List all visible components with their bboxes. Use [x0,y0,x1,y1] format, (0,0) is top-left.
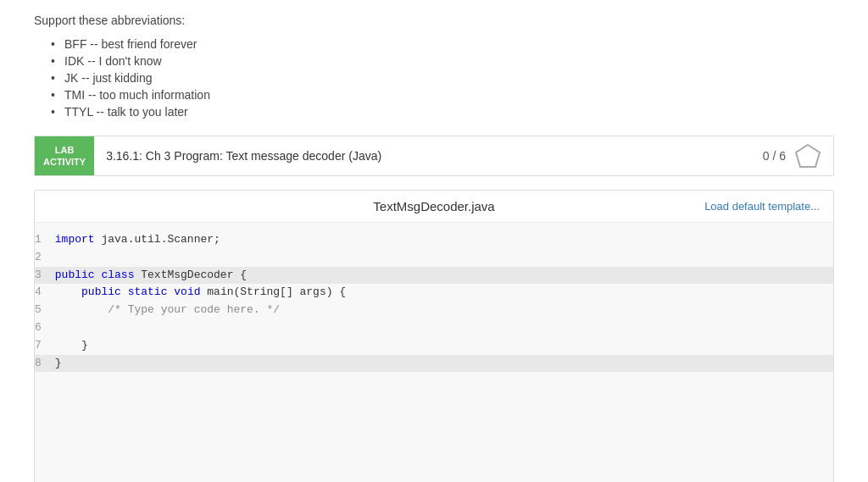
list-item: TMI -- too much information [51,88,834,102]
list-item: TTYL -- talk to you later [51,105,834,119]
abbrev-jk: JK -- just kidding [64,71,152,85]
abbrev-bff: BFF -- best friend forever [64,37,197,51]
line-code: import java.util.Scanner; [55,231,220,249]
pentagon-icon [794,143,821,169]
line-code [55,249,62,267]
svg-marker-0 [796,145,820,167]
code-line-7: 7 } [35,337,833,355]
list-item: IDK -- I don't know [51,54,834,68]
code-line-2: 2 [35,249,833,267]
line-number: 6 [35,319,55,337]
code-editor-filename: TextMsgDecoder.java [373,199,494,213]
list-item: JK -- just kidding [51,71,834,85]
abbrev-tmi: TMI -- too much information [64,88,210,102]
code-line-3: 3 public class TextMsgDecoder { [35,267,833,285]
lab-label: LAB ACTIVITY [35,136,94,175]
lab-score: 0 / 6 [751,136,833,175]
code-area: 1 import java.util.Scanner; 2 3 public c… [35,223,833,482]
line-number: 3 [35,267,55,285]
abbrev-ttyl: TTYL -- talk to you later [64,105,188,119]
line-code: } [55,355,62,373]
line-number: 1 [35,231,55,249]
load-template-button[interactable]: Load default template... [704,200,820,213]
line-code: public class TextMsgDecoder { [55,267,247,285]
code-line-8: 8 } [35,355,833,373]
support-heading: Support these abbreviations: [34,14,834,27]
line-number: 8 [35,355,55,373]
lab-label-bottom: ACTIVITY [43,156,86,168]
abbreviation-list: BFF -- best friend forever IDK -- I don'… [51,37,834,119]
line-number: 5 [35,302,55,319]
score-value: 0 / 6 [763,149,786,163]
code-line-6: 6 [35,319,833,337]
lab-activity-title: 3.16.1: Ch 3 Program: Text message decod… [94,136,751,175]
line-code [55,319,62,337]
list-item: BFF -- best friend forever [51,37,834,51]
lab-label-top: LAB [55,144,75,156]
abbrev-idk: IDK -- I don't know [64,54,162,68]
code-line-1: 1 import java.util.Scanner; [35,231,833,249]
line-number: 7 [35,337,55,355]
line-code: /* Type your code here. */ [55,302,280,319]
code-line-4: 4 public static void main(String[] args)… [35,284,833,302]
line-code: public static void main(String[] args) { [55,284,346,302]
line-number: 4 [35,284,55,302]
code-editor-header: TextMsgDecoder.java Load default templat… [35,191,833,223]
line-code: } [55,337,88,355]
code-line-5: 5 /* Type your code here. */ [35,302,833,319]
code-editor: TextMsgDecoder.java Load default templat… [34,190,834,482]
lab-activity-bar: LAB ACTIVITY 3.16.1: Ch 3 Program: Text … [34,136,834,176]
line-number: 2 [35,249,55,267]
